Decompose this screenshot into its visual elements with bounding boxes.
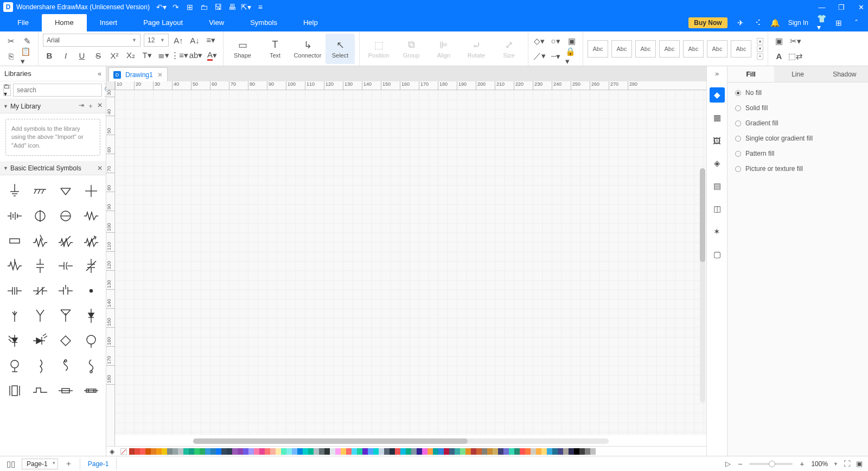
color-swatch[interactable] bbox=[167, 448, 173, 455]
color-swatch[interactable] bbox=[471, 448, 476, 455]
style-preset[interactable]: Abc bbox=[731, 40, 751, 58]
symbol-fuse-alt[interactable] bbox=[78, 378, 104, 403]
fill-option-pattern[interactable]: Pattern fill bbox=[735, 150, 860, 157]
shuffle-panel-icon[interactable]: ✶ bbox=[710, 224, 725, 239]
color-swatch[interactable] bbox=[362, 448, 368, 455]
color-swatch[interactable] bbox=[498, 448, 503, 455]
symbol-node[interactable] bbox=[78, 179, 104, 203]
color-swatch[interactable] bbox=[205, 448, 210, 455]
color-swatch[interactable] bbox=[455, 448, 460, 455]
style-preset[interactable]: Abc bbox=[659, 40, 680, 58]
color-swatch[interactable] bbox=[183, 448, 189, 455]
underline-icon[interactable]: U bbox=[75, 49, 88, 62]
lock-icon[interactable]: 🔒▾ bbox=[565, 50, 578, 63]
strike-icon[interactable]: S bbox=[92, 49, 105, 62]
open-icon[interactable]: 🗀 bbox=[200, 3, 208, 11]
color-swatch[interactable] bbox=[194, 448, 200, 455]
share-icon[interactable]: ⠪ bbox=[754, 18, 762, 27]
symbol-battery[interactable] bbox=[2, 203, 28, 228]
color-swatch[interactable] bbox=[493, 448, 498, 455]
color-swatch[interactable] bbox=[563, 448, 569, 455]
symbol-thermistor[interactable] bbox=[2, 253, 28, 278]
symbol-inductor-s[interactable] bbox=[53, 353, 79, 378]
style-preset[interactable]: Abc bbox=[588, 40, 608, 58]
color-swatch[interactable] bbox=[503, 448, 509, 455]
fill-panel-icon[interactable]: ◆ bbox=[710, 87, 725, 103]
color-swatch[interactable] bbox=[520, 448, 525, 455]
color-swatch[interactable] bbox=[145, 448, 151, 455]
fill-option-picture[interactable]: Picture or texture fill bbox=[735, 165, 860, 173]
menu-view[interactable]: View bbox=[196, 14, 237, 31]
color-swatch[interactable] bbox=[221, 448, 227, 455]
symbol-resistor-box[interactable] bbox=[2, 228, 28, 253]
symbol-cap-shunt[interactable] bbox=[53, 278, 79, 303]
bullets-icon[interactable]: ⋮≡▾ bbox=[173, 49, 186, 62]
my-library-header[interactable]: ▼ My Library ⇥ ＋ ✕ bbox=[0, 99, 106, 113]
document-tab[interactable]: D Drawing1 ✕ bbox=[108, 67, 168, 81]
color-swatch[interactable] bbox=[216, 448, 221, 455]
color-swatch[interactable] bbox=[335, 448, 341, 455]
drawing-canvas[interactable] bbox=[115, 90, 706, 435]
symbol-fuse[interactable] bbox=[53, 378, 79, 403]
line-style-icon[interactable]: ／▾ bbox=[533, 50, 546, 63]
redo-icon[interactable]: ↷ bbox=[171, 3, 180, 11]
color-swatch[interactable] bbox=[590, 448, 596, 455]
symbol-capacitor-polar[interactable] bbox=[53, 253, 79, 278]
symbol-source-ac[interactable] bbox=[53, 203, 79, 228]
symbol-lamp[interactable] bbox=[78, 328, 104, 353]
play-icon[interactable]: ▷ bbox=[725, 460, 731, 468]
style-scroll-up-icon[interactable]: ▴ bbox=[757, 38, 763, 44]
symbol-cap-trim[interactable] bbox=[28, 278, 53, 303]
send-icon[interactable]: ✈ bbox=[736, 18, 745, 27]
page-selector[interactable]: Page-1 bbox=[22, 459, 58, 469]
color-swatch[interactable] bbox=[395, 448, 400, 455]
color-swatch[interactable] bbox=[129, 448, 135, 455]
new-icon[interactable]: ⊞ bbox=[186, 3, 194, 11]
symbol-capacitor[interactable] bbox=[28, 253, 53, 278]
color-swatch[interactable] bbox=[509, 448, 514, 455]
dash-style-icon[interactable]: ┄▾ bbox=[549, 50, 562, 63]
prop-tab-fill[interactable]: Fill bbox=[727, 66, 774, 82]
color-swatch[interactable] bbox=[579, 448, 585, 455]
vertical-scrollbar[interactable] bbox=[700, 168, 705, 403]
color-swatch[interactable] bbox=[151, 448, 156, 455]
color-swatch[interactable] bbox=[400, 448, 406, 455]
symbol-motor[interactable] bbox=[2, 353, 28, 378]
color-swatch[interactable] bbox=[525, 448, 531, 455]
color-swatch[interactable] bbox=[514, 448, 520, 455]
style-preset[interactable]: Abc bbox=[683, 40, 704, 58]
symbol-diamond[interactable] bbox=[53, 328, 79, 353]
color-swatch[interactable] bbox=[297, 448, 303, 455]
connector-tool[interactable]: ↳Connector bbox=[293, 34, 322, 64]
color-swatch[interactable] bbox=[303, 448, 308, 455]
italic-icon[interactable]: I bbox=[59, 49, 72, 62]
grid-panel-icon[interactable]: ▦ bbox=[710, 110, 725, 125]
prop-tab-shadow[interactable]: Shadow bbox=[821, 66, 868, 82]
fill-option-none[interactable]: No fill bbox=[735, 89, 860, 97]
color-swatch[interactable] bbox=[270, 448, 276, 455]
color-swatch[interactable] bbox=[162, 448, 167, 455]
color-swatch[interactable] bbox=[265, 448, 270, 455]
maximize-icon[interactable]: ❐ bbox=[838, 3, 845, 11]
chart-panel-icon[interactable]: ◫ bbox=[710, 201, 725, 217]
color-swatch[interactable] bbox=[569, 448, 574, 455]
color-swatch[interactable] bbox=[406, 448, 411, 455]
page-tab[interactable]: Page-1 bbox=[80, 458, 117, 470]
shrink-font-icon[interactable]: A↓ bbox=[188, 34, 201, 47]
color-swatch[interactable] bbox=[156, 448, 162, 455]
library-category-icon[interactable]: 🗀▾ bbox=[3, 84, 11, 96]
color-swatch[interactable] bbox=[427, 448, 433, 455]
horizontal-scrollbar[interactable] bbox=[193, 438, 609, 444]
apps-icon[interactable]: ⊞ bbox=[834, 18, 843, 27]
font-size-select[interactable]: 12▼ bbox=[144, 34, 169, 47]
fill-option-gradient[interactable]: Gradient fill bbox=[735, 119, 860, 127]
menu-page-layout[interactable]: Page Layout bbox=[130, 14, 196, 31]
color-swatch[interactable] bbox=[531, 448, 536, 455]
font-color-icon[interactable]: A▾ bbox=[206, 49, 219, 62]
color-swatch[interactable] bbox=[140, 448, 145, 455]
layers-panel-icon[interactable]: ◈ bbox=[710, 156, 725, 171]
color-swatch[interactable] bbox=[319, 448, 324, 455]
fit-page-icon[interactable]: ⛶ bbox=[844, 460, 851, 468]
close-tab-icon[interactable]: ✕ bbox=[157, 71, 163, 79]
style-preset[interactable]: Abc bbox=[611, 40, 632, 58]
